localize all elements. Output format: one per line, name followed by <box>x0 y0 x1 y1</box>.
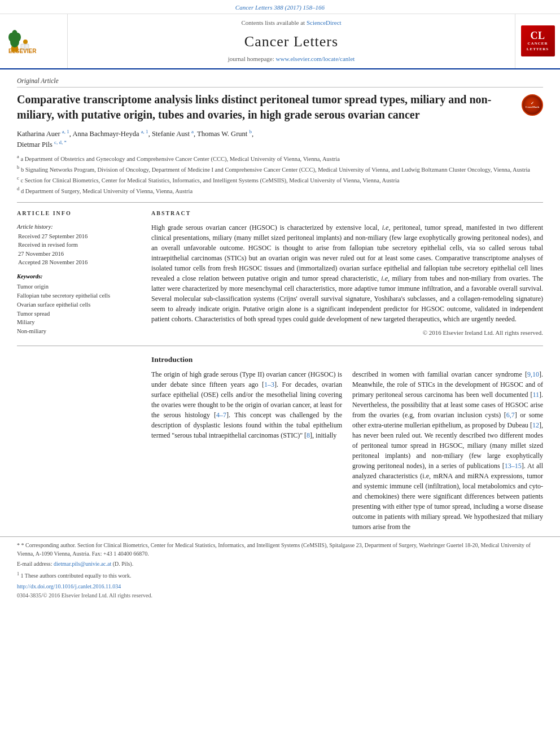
journal-header-left: ELSEVIER <box>0 14 68 68</box>
article-info-column: ARTICLE INFO Article history: Received 2… <box>17 209 141 337</box>
journal-header-center: Contents lists available at ScienceDirec… <box>68 14 515 68</box>
keyword-2: Fallopian tube secretory epithelial cell… <box>17 291 141 300</box>
authors-line: Katharina Auer a, 1, Anna Bachmayr-Heyda… <box>17 128 543 150</box>
intro-right: Introduction The origin of high grade se… <box>151 354 543 532</box>
article-section: Original Article Comparative transcripto… <box>0 69 560 532</box>
article-history: Article history: Received 27 September 2… <box>17 222 141 267</box>
journal-header-right: CL CANCER LETTERS <box>515 14 560 68</box>
footnote-email: E-mail address: dietmar.pils@univie.ac.a… <box>17 560 543 569</box>
issn-line: 0304-3835/© 2016 Elsevier Ireland Ltd. A… <box>17 592 543 600</box>
intro-col-2: described in women with familial ovarian… <box>352 369 543 532</box>
introduction-section: Introduction The origin of high grade se… <box>17 346 543 532</box>
ref-1-3[interactable]: 1–3 <box>264 381 274 388</box>
ref-11[interactable]: 11 <box>532 391 539 399</box>
affiliation-b: b b Signaling Networks Program, Division… <box>17 164 543 174</box>
keywords-section: Keywords: Tumor origin Fallopian tube se… <box>17 272 141 336</box>
keywords-label: Keywords: <box>17 272 141 281</box>
crossmark-icon: ✓ CrossMark <box>522 94 543 116</box>
svg-point-5 <box>23 40 28 44</box>
ref-13-15[interactable]: 13–15 <box>505 462 522 470</box>
page-wrapper: Cancer Letters 388 (2017) 158–166 ELSEVI… <box>0 0 560 747</box>
doi-link[interactable]: http://dx.doi.org/10.1016/j.canlet.2016.… <box>17 583 121 589</box>
original-article-label: Original Article <box>17 76 543 88</box>
keyword-5: Miliary <box>17 318 141 327</box>
intro-text-1: The origin of high grade serous (Type II… <box>151 369 342 440</box>
ref-6-7[interactable]: 6,7 <box>506 411 515 419</box>
email-link[interactable]: dietmar.pils@univie.ac.at <box>54 561 111 567</box>
ref-8[interactable]: 8 <box>307 431 310 439</box>
journal-header: ELSEVIER Contents lists available at Sci… <box>0 14 560 69</box>
accepted-date: Accepted 28 November 2016 <box>18 258 141 267</box>
article-main-title: Comparative transcriptome analysis links… <box>17 92 522 123</box>
received-date: Received 27 September 2016 <box>18 232 141 241</box>
abstract-title: ABSTRACT <box>151 209 543 218</box>
intro-left-spacer <box>17 354 141 532</box>
logo-cl: CL <box>530 30 545 41</box>
introduction-heading: Introduction <box>151 354 543 365</box>
revised-label: Received in revised form <box>18 241 141 249</box>
affiliation-d: d d Department of Surgery, Medical Unive… <box>17 186 543 195</box>
homepage-link[interactable]: www.elsevier.com/locate/canlet <box>276 55 355 62</box>
journal-logo-box: CL CANCER LETTERS <box>521 25 555 56</box>
svg-text:ELSEVIER: ELSEVIER <box>8 48 37 53</box>
affiliation-c: c c Section for Clinical Biometrics, Cen… <box>17 175 543 185</box>
ref-9-10[interactable]: 9,10 <box>527 370 539 378</box>
affiliation-a: a a Department of Obstetrics and Gynecol… <box>17 154 543 163</box>
sciencedirect-link[interactable]: ScienceDirect <box>307 19 342 26</box>
logo-cancer: CANCER <box>528 41 548 46</box>
crossmark-badge[interactable]: ✓ CrossMark <box>522 94 543 116</box>
revised-date: 27 November 2016 <box>18 250 141 258</box>
elsevier-logo: ELSEVIER <box>8 29 59 53</box>
footnote-star-text: * * Corresponding author. Section for Cl… <box>17 541 543 558</box>
copyright-line: © 2016 Elsevier Ireland Ltd. All rights … <box>151 329 543 338</box>
footnote-1-text: 1 1 These authors contributed equally to… <box>17 571 543 580</box>
doi-line: http://dx.doi.org/10.1016/j.canlet.2016.… <box>17 583 543 591</box>
logo-letters: LETTERS <box>527 46 549 52</box>
ref-4-7[interactable]: 4–7 <box>216 411 226 419</box>
svg-point-4 <box>12 30 18 38</box>
article-info-title: ARTICLE INFO <box>17 209 141 218</box>
keyword-1: Tumor origin <box>17 282 141 291</box>
contents-available: Contents lists available at ScienceDirec… <box>79 19 504 28</box>
journal-homepage: journal homepage: www.elsevier.com/locat… <box>79 55 504 64</box>
intro-text-2: described in women with familial ovarian… <box>352 369 543 532</box>
abstract-text: High grade serous ovarian cancer (HGSOC)… <box>151 222 543 324</box>
history-label: Article history: <box>17 222 141 231</box>
journal-top-bar: Cancer Letters 388 (2017) 158–166 <box>0 0 560 14</box>
journal-title-main: Cancer Letters <box>79 31 504 53</box>
page-footer: * * Corresponding author. Section for Cl… <box>0 536 560 603</box>
intro-two-col: The origin of high grade serous (Type II… <box>151 369 543 532</box>
ref-12[interactable]: 12 <box>532 421 539 429</box>
keyword-3: Ovarian surface epithelial cells <box>17 300 141 309</box>
two-col-section: ARTICLE INFO Article history: Received 2… <box>17 202 543 337</box>
keyword-4: Tumor spread <box>17 309 141 318</box>
abstract-column: ABSTRACT High grade serous ovarian cance… <box>151 209 543 337</box>
intro-col-1: The origin of high grade serous (Type II… <box>151 369 342 532</box>
journal-citation: Cancer Letters 388 (2017) 158–166 <box>235 4 325 11</box>
keyword-6: Non-miliary <box>17 327 141 336</box>
affiliations-block: a a Department of Obstetrics and Gynecol… <box>17 154 543 196</box>
article-title-area: Comparative transcriptome analysis links… <box>17 92 543 123</box>
